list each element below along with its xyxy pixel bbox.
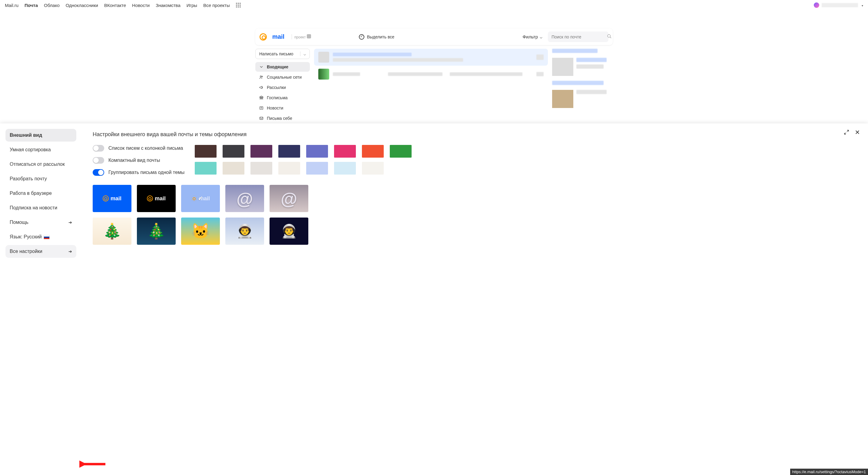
chevron-down-icon: ⌵ [540, 34, 542, 40]
mail-body: Написать письмо ⌵ Входящие Социальные се… [255, 49, 613, 123]
folder-news[interactable]: Новости [255, 103, 310, 113]
blurred-line [576, 58, 607, 62]
blurred-widget [552, 81, 603, 85]
select-all-icon [359, 34, 364, 40]
search-icon [607, 34, 612, 40]
folder-list: Входящие Социальные сети Рассылки Госпис… [255, 62, 310, 123]
folder-inbox[interactable]: Входящие [255, 62, 310, 72]
select-all-label: Выделить все [367, 34, 394, 39]
news-icon [259, 106, 264, 110]
nav-games[interactable]: Игры [187, 3, 197, 8]
mail-row[interactable] [314, 49, 548, 66]
nav-allprojects[interactable]: Все проекты [203, 3, 230, 8]
mail-sidebar: Написать письмо ⌵ Входящие Социальные се… [255, 49, 310, 123]
blurred-preview [450, 72, 522, 76]
blurred-widget [552, 49, 597, 53]
search-input[interactable] [552, 34, 604, 39]
user-avatar[interactable] [814, 2, 819, 8]
mail-app: mail проект Выделить все Фильтр ⌵ Написа… [252, 28, 616, 123]
blurred-preview [333, 58, 463, 62]
svg-line-1 [610, 37, 611, 38]
nav-pochta[interactable]: Почта [25, 3, 38, 8]
svg-point-0 [608, 34, 610, 37]
mail-logo-sub: проект [292, 34, 311, 39]
blurred-line [576, 64, 603, 69]
nav-news[interactable]: Новости [132, 3, 150, 8]
nav-dating[interactable]: Знакомства [156, 3, 181, 8]
blurred-time [536, 55, 544, 60]
folder-newsletters[interactable]: Рассылки [255, 82, 310, 92]
mail-logo-icon[interactable] [259, 33, 267, 40]
vk-badge-icon [307, 34, 311, 38]
svg-point-2 [260, 76, 261, 77]
top-nav: Mail.ru Почта Облако Одноклассники ВКонт… [0, 0, 868, 10]
gov-icon [259, 95, 264, 100]
top-nav-left: Mail.ru Почта Облако Одноклассники ВКонт… [5, 3, 241, 8]
nav-cloud[interactable]: Облако [44, 3, 60, 8]
folder-social[interactable]: Социальные сети [255, 72, 310, 82]
blurred-time [536, 72, 544, 76]
nav-mailru[interactable]: Mail.ru [5, 3, 19, 8]
blurred-line [576, 90, 607, 94]
filter-button[interactable]: Фильтр ⌵ [523, 34, 542, 40]
mail-right-rail [552, 49, 613, 123]
apps-grid-icon[interactable] [236, 3, 241, 7]
svg-rect-7 [260, 117, 263, 120]
megaphone-icon [259, 85, 264, 90]
nav-vk[interactable]: ВКонтакте [104, 3, 126, 8]
compose-caret-icon[interactable]: ⌵ [300, 52, 306, 56]
blurred-subject [333, 53, 411, 56]
blurred-sender [333, 72, 360, 76]
blurred-thumb [552, 90, 573, 108]
mail-row[interactable] [314, 66, 548, 82]
top-nav-right [814, 2, 863, 8]
compose-button[interactable]: Написать письмо ⌵ [255, 49, 310, 59]
blurred-thumb [552, 58, 573, 76]
people-icon [259, 75, 264, 79]
folder-to-self[interactable]: Письма себе [255, 113, 310, 123]
svg-point-3 [262, 76, 262, 77]
user-name-blurred [822, 3, 858, 7]
nav-ok[interactable]: Одноклассники [66, 3, 98, 8]
sender-avatar [318, 69, 329, 79]
self-icon [259, 116, 264, 121]
mail-logo-text[interactable]: mail [272, 33, 284, 40]
blurred-subject [388, 72, 442, 76]
search-box[interactable] [548, 31, 609, 42]
folder-gov[interactable]: Госписьма [255, 93, 310, 103]
select-all-button[interactable]: Выделить все [359, 34, 394, 40]
mail-toolbar: mail проект Выделить все Фильтр ⌵ [255, 28, 613, 45]
user-menu-caret-icon[interactable] [861, 3, 863, 7]
mail-list [314, 49, 548, 123]
chevron-down-icon [259, 64, 264, 69]
sender-avatar [318, 52, 329, 63]
